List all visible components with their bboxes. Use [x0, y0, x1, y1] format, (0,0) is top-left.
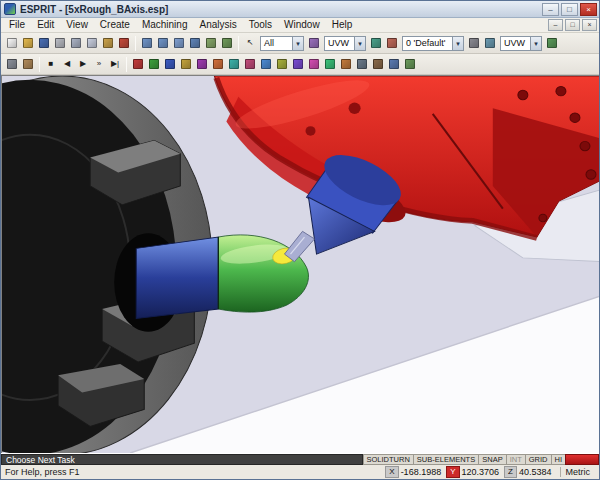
- restore-button[interactable]: □: [561, 3, 578, 16]
- bolt: [539, 214, 547, 222]
- solidmill-contouring-icon[interactable]: [258, 56, 274, 72]
- select-arrow-glyph: ↖: [247, 39, 254, 47]
- delete-icon[interactable]: [116, 35, 132, 51]
- graphics-area[interactable]: [1, 75, 599, 453]
- bolt: [518, 90, 528, 99]
- pan-view-icon[interactable]: [203, 35, 219, 51]
- simulation-settings-icon[interactable]: [4, 56, 20, 72]
- status-toggle-snap[interactable]: SNAP: [478, 454, 505, 465]
- solidmill-drilling-icon[interactable]: [274, 56, 290, 72]
- machine-simulation-icon[interactable]: [354, 56, 370, 72]
- mdi-minimize-button[interactable]: –: [548, 19, 563, 31]
- solidmill-pocketing-glyph: [245, 59, 255, 69]
- spindle-hole: [306, 126, 316, 135]
- work-coordinates-icon[interactable]: [368, 35, 384, 51]
- chevron-down-icon[interactable]: ▾: [452, 37, 463, 50]
- solidturn-threading-icon[interactable]: [194, 56, 210, 72]
- menu-machining[interactable]: Machining: [136, 18, 194, 32]
- zoom-window-icon[interactable]: [171, 35, 187, 51]
- menu-help[interactable]: Help: [326, 18, 359, 32]
- part-setup-icon[interactable]: [402, 56, 418, 72]
- help-text: For Help, press F1: [5, 467, 380, 477]
- solidmill-contouring-glyph: [261, 59, 271, 69]
- select-arrow-icon[interactable]: ↖: [242, 35, 258, 51]
- copy-icon[interactable]: [84, 35, 100, 51]
- print-glyph: [55, 38, 65, 48]
- selection-mask-icon[interactable]: [306, 35, 322, 51]
- window-title: ESPRIT - [5xRough_BAxis.esp]: [20, 4, 540, 15]
- solidmill-facing-icon[interactable]: [226, 56, 242, 72]
- rotate-view-icon[interactable]: [219, 35, 235, 51]
- solidmill-3d-finish-icon[interactable]: [306, 56, 322, 72]
- zoom-out-glyph: [158, 38, 168, 48]
- open-file-icon[interactable]: [20, 35, 36, 51]
- new-document-glyph: [7, 38, 17, 48]
- menu-tools[interactable]: Tools: [243, 18, 278, 32]
- simulation-step-back-icon[interactable]: ◀: [59, 56, 75, 72]
- zoom-fit-icon[interactable]: [187, 35, 203, 51]
- new-document-icon[interactable]: [4, 35, 20, 51]
- close-button[interactable]: ×: [580, 3, 597, 16]
- axes-display-icon[interactable]: [384, 35, 400, 51]
- menu-analysis[interactable]: Analysis: [193, 18, 242, 32]
- stock-setup-glyph: [23, 59, 33, 69]
- solidturn-roughing-icon[interactable]: [130, 56, 146, 72]
- simulation-to-end-icon[interactable]: ▶|: [107, 56, 123, 72]
- technology-database-glyph: [389, 59, 399, 69]
- menu-bar: FileEditViewCreateMachiningAnalysisTools…: [1, 18, 599, 33]
- chevron-down-icon[interactable]: ▾: [530, 37, 541, 50]
- simulation-play-icon[interactable]: ▶: [75, 56, 91, 72]
- status-toggle-solidturn[interactable]: SOLIDTURN: [363, 454, 413, 465]
- solidmill-3d-rough-icon[interactable]: [290, 56, 306, 72]
- solidturn-grooving-icon[interactable]: [162, 56, 178, 72]
- solidmill-pocketing-icon[interactable]: [242, 56, 258, 72]
- status-toggle-int[interactable]: INT: [506, 454, 525, 465]
- zoom-out-icon[interactable]: [155, 35, 171, 51]
- technology-database-icon[interactable]: [386, 56, 402, 72]
- mdi-close-button[interactable]: ×: [582, 19, 597, 31]
- stock-setup-icon[interactable]: [20, 56, 36, 72]
- solidturn-contouring-icon[interactable]: [146, 56, 162, 72]
- status-toggle-hi[interactable]: HI: [551, 454, 566, 465]
- layer-manager-icon[interactable]: [466, 35, 482, 51]
- units-indicator[interactable]: Metric: [560, 467, 596, 477]
- simulation-stop-icon[interactable]: ■: [43, 56, 59, 72]
- status-toggle-sub-elements[interactable]: SUB-ELEMENTS: [413, 454, 478, 465]
- status-progress-indicator: [565, 454, 599, 465]
- workpiece[interactable]: [136, 235, 308, 319]
- open-file-glyph: [23, 38, 33, 48]
- work-plane-dropdown[interactable]: UVW▾: [324, 36, 366, 51]
- menu-window[interactable]: Window: [278, 18, 326, 32]
- prompt-field[interactable]: Choose Next Task: [1, 454, 363, 465]
- zoom-in-icon[interactable]: [139, 35, 155, 51]
- viewport-3d[interactable]: [2, 76, 599, 453]
- cut-icon[interactable]: [68, 35, 84, 51]
- save-icon[interactable]: [36, 35, 52, 51]
- menu-file[interactable]: File: [3, 18, 31, 32]
- tool-manager-icon[interactable]: [370, 56, 386, 72]
- chevron-down-icon[interactable]: ▾: [292, 37, 303, 50]
- solidmill-facing-glyph: [229, 59, 239, 69]
- fiveaxis-roughing-icon[interactable]: [322, 56, 338, 72]
- status-toggle-grid[interactable]: GRID: [525, 454, 551, 465]
- element-type-dropdown[interactable]: All▾: [260, 36, 304, 51]
- solidturn-cutoff-icon[interactable]: [210, 56, 226, 72]
- solidturn-drilling-icon[interactable]: [178, 56, 194, 72]
- chevron-down-icon[interactable]: ▾: [354, 37, 365, 50]
- grid-toggle-icon[interactable]: [482, 35, 498, 51]
- menu-edit[interactable]: Edit: [31, 18, 60, 32]
- print-icon[interactable]: [52, 35, 68, 51]
- paste-glyph: [103, 38, 113, 48]
- refresh-view-icon[interactable]: [544, 35, 560, 51]
- view-dropdown[interactable]: UVW▾: [500, 36, 542, 51]
- paste-icon[interactable]: [100, 35, 116, 51]
- mdi-restore-button[interactable]: □: [565, 19, 580, 31]
- menu-view[interactable]: View: [60, 18, 94, 32]
- copy-glyph: [87, 38, 97, 48]
- fiveaxis-finishing-icon[interactable]: [338, 56, 354, 72]
- menu-create[interactable]: Create: [94, 18, 136, 32]
- part-setup-glyph: [405, 59, 415, 69]
- simulation-fast-forward-icon[interactable]: »: [91, 56, 107, 72]
- minimize-button[interactable]: –: [542, 3, 559, 16]
- layer-dropdown[interactable]: 0 'Default'▾: [402, 36, 464, 51]
